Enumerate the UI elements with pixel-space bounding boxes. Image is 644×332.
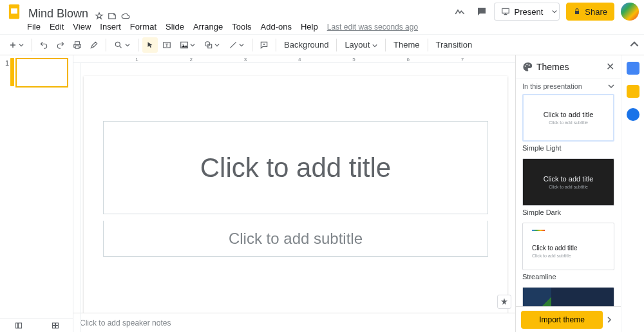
- themes-section-toggle[interactable]: In this presentation: [516, 78, 621, 94]
- comments-icon[interactable]: [476, 6, 488, 17]
- redo-button[interactable]: [53, 37, 68, 53]
- transition-button[interactable]: Transition: [432, 40, 477, 50]
- svg-rect-9: [15, 323, 17, 328]
- menu-slide[interactable]: Slide: [166, 22, 184, 32]
- collapse-toolbar-icon[interactable]: [630, 41, 639, 50]
- layout-button[interactable]: Layout: [341, 40, 381, 50]
- side-panel-expand-icon[interactable]: [603, 317, 616, 323]
- lock-icon: [573, 8, 581, 15]
- themes-icon: [522, 62, 533, 72]
- cloud-saved-icon[interactable]: [120, 12, 131, 21]
- svg-point-3: [115, 42, 120, 46]
- svg-rect-12: [55, 323, 58, 326]
- menu-arrange[interactable]: Arrange: [193, 22, 223, 32]
- svg-rect-13: [52, 326, 55, 328]
- present-icon: [501, 7, 510, 16]
- menu-insert[interactable]: Insert: [100, 22, 121, 32]
- menu-edit[interactable]: Edit: [50, 22, 64, 32]
- themes-panel-title: Themes: [536, 62, 569, 72]
- share-button[interactable]: Share: [566, 3, 614, 21]
- slide-thumbnail-1[interactable]: [15, 58, 68, 88]
- keep-icon[interactable]: [627, 85, 639, 98]
- theme-name-label: Simple Light: [522, 144, 614, 152]
- select-tool[interactable]: [142, 37, 158, 53]
- shape-tool[interactable]: [200, 37, 223, 53]
- theme-card-0[interactable]: Click to add titleClick to add subtitleS…: [522, 94, 614, 152]
- doc-title[interactable]: Mind Blown: [26, 7, 91, 21]
- theme-preview: Click to add titleClick to add subtitle: [522, 158, 614, 206]
- theme-card-2[interactable]: Click to add titleClick to add subtitleS…: [522, 223, 614, 281]
- filmstrip-view-icon[interactable]: [8, 318, 29, 333]
- undo-button[interactable]: [36, 37, 52, 53]
- image-tool[interactable]: [176, 37, 199, 53]
- svg-rect-2: [502, 8, 509, 13]
- theme-preview: Click to add titleClick to add subtitle: [522, 94, 614, 142]
- chevron-down-icon: [608, 83, 614, 89]
- theme-name-label: Streamline: [522, 273, 614, 281]
- explore-button[interactable]: [497, 295, 511, 309]
- calendar-icon[interactable]: [627, 62, 639, 75]
- menu-addons[interactable]: Add-ons: [261, 22, 292, 32]
- speaker-notes[interactable]: Click to add speaker notes: [73, 313, 515, 332]
- theme-button[interactable]: Theme: [390, 40, 423, 50]
- present-button[interactable]: Present: [494, 3, 549, 21]
- background-button[interactable]: Background: [280, 40, 332, 50]
- present-label: Present: [514, 7, 543, 17]
- star-icon[interactable]: [95, 12, 104, 21]
- right-rail: [621, 55, 644, 332]
- vertical-ruler: [73, 63, 81, 332]
- zoom-button[interactable]: [110, 37, 134, 53]
- line-tool[interactable]: [225, 37, 248, 53]
- menu-help[interactable]: Help: [301, 22, 318, 32]
- print-button[interactable]: [70, 37, 85, 53]
- speaker-notes-placeholder: Click to add speaker notes: [80, 318, 171, 327]
- slide-marker: [10, 58, 14, 86]
- comment-tool[interactable]: [256, 37, 272, 53]
- title-placeholder-box[interactable]: Click to add title: [103, 121, 488, 214]
- menu-tools[interactable]: Tools: [232, 22, 251, 32]
- horizontal-ruler: 1234567: [73, 55, 515, 63]
- svg-rect-11: [52, 323, 55, 326]
- account-avatar[interactable]: [621, 3, 639, 21]
- tasks-icon[interactable]: [627, 108, 639, 121]
- slide-canvas[interactable]: Click to add title Click to add subtitle: [84, 76, 507, 313]
- close-themes-icon[interactable]: ✕: [606, 60, 614, 73]
- grid-view-icon[interactable]: [45, 318, 66, 333]
- activity-icon[interactable]: [454, 6, 466, 17]
- theme-name-label: Simple Dark: [522, 208, 614, 216]
- themes-panel: Themes ✕ In this presentation Click to a…: [515, 55, 621, 332]
- slide-number: 1: [3, 58, 9, 88]
- svg-point-17: [529, 64, 530, 66]
- present-dropdown[interactable]: [549, 3, 560, 21]
- theme-preview: Click to add titleClick to add subtitle: [522, 223, 614, 270]
- svg-point-6: [182, 43, 184, 44]
- title-placeholder-text: Click to add title: [200, 152, 391, 183]
- new-slide-button[interactable]: [5, 37, 28, 53]
- paint-format-button[interactable]: [86, 37, 102, 53]
- filmstrip: 1: [0, 55, 73, 332]
- theme-preview: Click to add title: [522, 287, 614, 306]
- textbox-tool[interactable]: [159, 37, 175, 53]
- last-edit-link[interactable]: Last edit was seconds ago: [327, 23, 418, 32]
- theme-card-1[interactable]: Click to add titleClick to add subtitleS…: [522, 158, 614, 216]
- svg-point-15: [525, 65, 526, 66]
- move-icon[interactable]: [108, 12, 117, 21]
- subtitle-placeholder-text: Click to add subtitle: [229, 230, 363, 248]
- menu-view[interactable]: View: [73, 22, 91, 32]
- subtitle-placeholder-box[interactable]: Click to add subtitle: [103, 221, 488, 257]
- menu-format[interactable]: Format: [130, 22, 156, 32]
- svg-rect-14: [55, 326, 58, 328]
- menu-file[interactable]: File: [27, 22, 41, 32]
- slides-app-icon[interactable]: [5, 3, 23, 21]
- svg-point-16: [526, 64, 527, 65]
- share-label: Share: [585, 7, 607, 17]
- theme-card-3[interactable]: Click to add titleFocus: [522, 287, 614, 306]
- import-theme-button[interactable]: Import theme: [521, 311, 603, 329]
- svg-rect-10: [18, 323, 21, 328]
- menubar: File Edit View Insert Format Slide Arran…: [0, 21, 644, 35]
- svg-rect-1: [11, 8, 17, 14]
